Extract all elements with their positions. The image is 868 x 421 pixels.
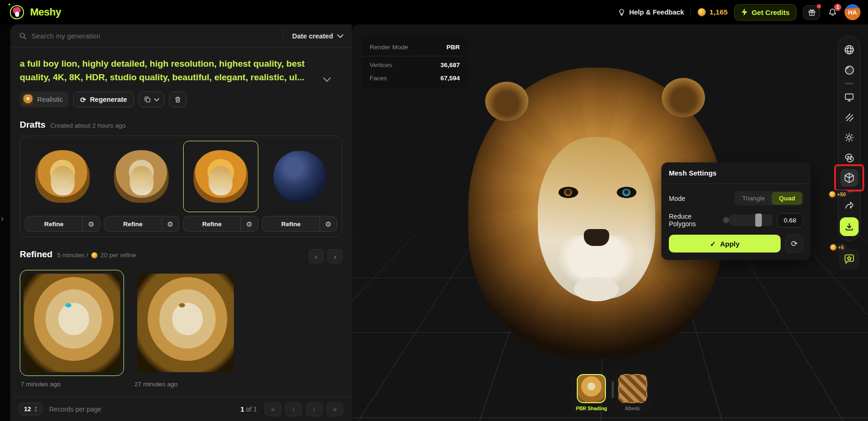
reduce-polygons-slider[interactable] [729, 214, 773, 226]
brand[interactable]: ✦ Meshy [8, 4, 61, 20]
feedback-button[interactable]: +5 [839, 249, 860, 269]
refine-group-3: Refine ⚙ [183, 216, 258, 232]
mode-option-quad-selected[interactable]: Quad [772, 192, 802, 205]
regenerate-button[interactable]: ⟳ Regenerate [73, 92, 134, 107]
gear-icon: ⚙ [167, 221, 173, 228]
wireframe-overlay-tool[interactable] [840, 108, 858, 126]
gift-icon [808, 8, 816, 16]
slider-handle[interactable] [755, 214, 762, 227]
pbr-shading-option[interactable]: PBR Shading [576, 374, 607, 411]
draft-thumbnail-1[interactable] [25, 141, 100, 212]
texture-bar-divider [612, 381, 614, 398]
refine-button[interactable]: Refine [184, 216, 240, 231]
refine-settings-button[interactable]: ⚙ [241, 216, 258, 231]
faces-label: Faces [370, 75, 387, 82]
reduce-polygons-value[interactable]: 0.68 [777, 213, 803, 228]
select-carets-icon: ▲▼ [34, 406, 37, 413]
page-size-select[interactable]: 12 ▲▼ [19, 403, 42, 415]
refine-settings-button[interactable]: ⚙ [83, 216, 100, 231]
brand-name: Meshy [30, 6, 61, 18]
prompt-expand-icon[interactable] [323, 77, 331, 82]
lighting-tool[interactable] [840, 129, 858, 146]
panel-collapse-handle[interactable]: › [1, 214, 4, 223]
draft-thumbnail-2[interactable] [104, 141, 179, 212]
refined-prev-button[interactable]: ‹ [309, 249, 324, 263]
refine-button[interactable]: Refine [25, 216, 82, 231]
refine-group-4: Refine ⚙ [262, 216, 337, 232]
albedo-option[interactable]: Albedo [618, 374, 647, 411]
albedo-label: Albedo [625, 406, 640, 411]
refine-group-2: Refine ⚙ [104, 216, 179, 232]
reset-button[interactable]: ⟳ [785, 235, 803, 253]
mode-option-triangle[interactable]: Triangle [735, 192, 772, 205]
viewport-toolbar: +50 [838, 36, 860, 241]
info-icon[interactable]: i [723, 217, 729, 223]
model-stats-card: Render Mode PBR Vertices 36,687 Faces 67… [362, 37, 467, 89]
wireframe-sphere-tool[interactable] [840, 41, 858, 59]
draft-thumbnail-4[interactable] [262, 141, 337, 212]
search-input[interactable] [31, 32, 279, 40]
viewport-3d[interactable]: Render Mode PBR Vertices 36,687 Faces 67… [352, 24, 868, 421]
rewards-button[interactable] [803, 5, 820, 20]
get-credits-button[interactable]: Get Credits [734, 4, 797, 21]
mesh-cube-icon [844, 172, 855, 184]
refined-thumbnail-2[interactable] [133, 270, 238, 376]
download-icon [845, 222, 854, 231]
pbr-thumbnail[interactable] [577, 374, 606, 403]
texture-swatches-icon [844, 153, 855, 163]
prompt-text[interactable]: a full boy lion, highly detailed, high r… [20, 57, 318, 84]
display-tool[interactable] [840, 88, 858, 106]
gear-icon: ⚙ [246, 221, 252, 228]
prev-page-button[interactable]: ‹ [285, 402, 302, 416]
regenerate-icon: ⟳ [80, 96, 86, 103]
panel-footer: 12 ▲▼ Records per page 1 of 1 « ‹ › » [10, 397, 352, 421]
coin-icon [698, 8, 706, 16]
divider [690, 7, 691, 17]
refine-button[interactable]: Refine [263, 216, 319, 231]
coin-icon [830, 244, 837, 251]
notification-dot [817, 4, 821, 8]
sun-icon [844, 132, 854, 143]
draft-thumbnail-3-selected[interactable] [183, 141, 258, 212]
delete-button[interactable] [169, 92, 186, 107]
sort-dropdown[interactable]: Date created [283, 30, 343, 43]
refined-image-2 [137, 274, 234, 372]
share-tool[interactable]: +50 [840, 196, 858, 214]
trash-icon [174, 96, 181, 103]
matcap-sphere-tool[interactable] [840, 61, 858, 79]
vertices-label: Vertices [370, 61, 392, 69]
refined-image-1 [23, 274, 120, 372]
apply-button[interactable]: ✓ Apply [669, 235, 781, 253]
copy-icon [144, 96, 151, 103]
check-icon: ✓ [710, 240, 716, 247]
refine-settings-button[interactable]: ⚙ [162, 216, 179, 231]
next-page-button[interactable]: › [306, 402, 323, 416]
faces-value: 67,594 [441, 75, 460, 82]
generation-actions: Realistic ⟳ Regenerate [10, 84, 352, 107]
refresh-icon: ⟳ [791, 239, 798, 249]
prompt-block: a full boy lion, highly detailed, high r… [10, 48, 352, 84]
mesh-settings-tool-active[interactable] [840, 169, 858, 187]
pbr-label: PBR Shading [576, 406, 607, 411]
last-page-button[interactable]: » [326, 402, 343, 416]
refine-settings-button[interactable]: ⚙ [320, 216, 337, 231]
help-feedback-button[interactable]: Help & Feedback [618, 8, 684, 16]
meshy-logo-icon: ✦ [8, 4, 25, 20]
copy-dropdown-button[interactable] [139, 92, 164, 107]
drafts-title: Drafts [20, 120, 46, 130]
vertices-value: 36,687 [441, 61, 460, 69]
credits-balance[interactable]: 1,165 [698, 8, 728, 16]
avatar[interactable]: HA [845, 4, 860, 20]
first-page-button[interactable]: « [264, 402, 281, 416]
download-button[interactable] [840, 217, 859, 236]
monitor-icon [844, 92, 854, 102]
refined-next-button[interactable]: › [327, 249, 342, 263]
refined-thumbnail-1-selected[interactable] [20, 270, 124, 376]
mesh-settings-panel: Mesh Settings Mode Triangle Quad Reduce … [661, 162, 811, 260]
refined-timestamp-1: 7 minutes ago [20, 381, 124, 388]
notifications-button[interactable]: 1 [827, 7, 838, 18]
texture-tool[interactable] [840, 149, 858, 167]
refine-button[interactable]: Refine [104, 216, 161, 231]
albedo-thumbnail[interactable] [618, 374, 647, 403]
share-arrow-icon [844, 200, 854, 210]
